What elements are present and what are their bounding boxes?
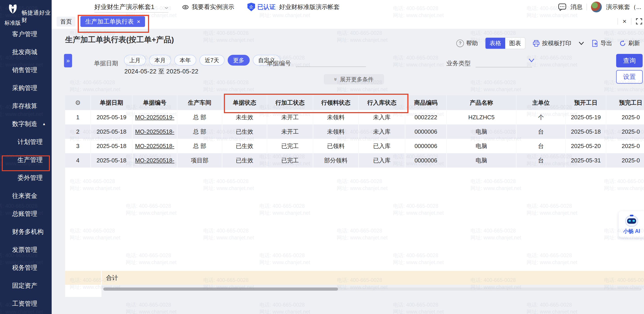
sidebar-item-fixed-assets[interactable]: 固定资产 [0,277,52,295]
fullscreen-icon[interactable] [636,18,642,24]
doc-no-link[interactable]: MO-20250519- [135,114,174,121]
date-pill-近7天[interactable]: 近7天 [200,55,224,66]
shield-certified-icon: 企 [248,3,255,11]
sidebar-item-label: 采购管理 [12,84,37,92]
sidebar-item-label: 财务多机构 [12,228,44,235]
table-row: 22025-05-18MO-20250518-总 部已生效未开工未领料未入库00… [65,124,644,139]
date-pill-本月[interactable]: 本月 [149,55,171,66]
cell-doc_no: MO-20250518- [132,139,178,153]
cell-plan_start: 2025-05-18 [566,124,606,139]
date-pill-更多[interactable]: 更多 [228,55,250,66]
cell-plan_finish: 2025-0 [606,139,644,153]
account-book-select[interactable]: 好业财生产演示帐套1 ⌄ [94,2,168,12]
biz-type-filter-label: 业务类型 [446,59,471,68]
sidebar-item-ledger[interactable]: 总账管理 [0,205,52,223]
filter-collapse-button[interactable]: » [64,54,72,68]
sidebar-item-label: 计划管理 [18,138,43,145]
sidebar-item-outsourcing[interactable]: 委外管理 [0,169,52,187]
cell-stockin_status: 已入库 [359,139,405,153]
avatar[interactable] [591,2,602,12]
export-button[interactable]: 导出 [592,39,612,47]
cell-date: 2025-05-18 [91,153,132,168]
printer-icon [532,40,540,47]
print-by-template-button[interactable]: 按模板打印 [532,39,571,47]
help-button[interactable]: ? 帮助 [456,39,478,47]
cell-plan_start: 2025-05-20 [566,139,606,153]
sidebar-item-sales[interactable]: 销售管理 [0,61,52,79]
sidebar-item-purchase[interactable]: 采购管理 [0,79,52,97]
sidebar-item-invoice[interactable]: 发票管理 [0,241,52,259]
sidebar-item-label: 数字制造 [12,120,37,127]
horizontal-scrollbar[interactable] [103,288,641,291]
sidebar-item-label: 生产管理 [18,156,43,163]
cell-process_status: 未开工 [267,124,313,139]
divider [631,18,632,25]
view-toggle: 表格 图表 [485,37,526,49]
ai-assistant-widget[interactable]: 小畅 AI [619,211,644,238]
tab-close-icon[interactable]: × [137,19,140,24]
doc-no-filter-label: 单据编号 [267,59,291,68]
view-chart-button[interactable]: 图表 [505,38,525,49]
sidebar-item-label: 库存核算 [12,102,37,110]
sidebar-item-customers[interactable]: 客户管理 [0,25,52,43]
horizontal-scrollbar-thumb[interactable] [103,288,338,291]
user-name[interactable]: 演示账套（... [606,3,641,11]
date-pill-本年[interactable]: 本年 [174,55,196,66]
date-pill-上月[interactable]: 上月 [124,55,146,66]
cell-product_name: 电脑 [447,124,516,139]
sidebar-item-wholesale[interactable]: 批发商城 [0,43,52,61]
divider [618,18,618,25]
total-label: 合计 [106,271,118,285]
sidebar-item-inventory[interactable]: 库存核算 [0,97,52,115]
sidebar-item-digital-mfg[interactable]: 数字制造▲ [0,115,52,133]
message-icon[interactable] [558,3,566,11]
sidebar-item-tax[interactable]: 税务管理 [0,259,52,277]
gear-icon[interactable]: ⚙ [75,99,80,106]
sidebar-item-label: 往来资金 [12,192,37,199]
chevron-down-icon: ⌄ [163,4,170,10]
date-range-value[interactable]: 2024-05-22 至 2025-05-22 [124,68,198,76]
sidebar-item-finance-multi[interactable]: 财务多机构 [0,223,52,241]
close-all-tabs-icon[interactable]: × [622,18,626,25]
doc-no-link[interactable]: MO-20250518- [135,157,174,164]
sidebar-item-planning[interactable]: 计划管理 [0,133,52,151]
cell-product_code: 0000006 [405,124,447,139]
table-header-col-2: 单据编号 [132,95,178,110]
print-dropdown-chevron-icon[interactable] [578,41,584,46]
query-button[interactable]: 查询 [616,54,643,68]
certification-area: 企 已认证 好业财标准版演示帐套 [248,0,340,14]
sidebar-item-payroll[interactable]: 工资管理 [0,295,52,313]
doc-no-link[interactable]: MO-20250518- [135,128,174,135]
cell-no: 4 [65,153,91,168]
table-footer-corner [65,285,102,297]
caret-up-icon[interactable]: ▲ [42,115,46,133]
cell-doc_status: 未生效 [222,110,267,124]
brand-title: 畅捷通好业财 [22,9,52,24]
table-row: 12025-05-19MO-20250519-总 部未生效未开工未领料未入库00… [65,110,644,124]
sidebar-menu: 客户管理批发商城销售管理采购管理库存核算数字制造▲计划管理生产管理委外管理往来资… [0,25,52,313]
topbar-right: 消息 演示账套（... [558,0,641,14]
biz-type-select[interactable] [476,67,532,68]
sidebar-item-label: 销售管理 [12,66,37,74]
sidebar-item-production[interactable]: 生产管理 [0,151,52,169]
settings-button[interactable]: 设置 [616,70,643,84]
messages-label[interactable]: 消息 [570,3,582,11]
top-bar: 好业财生产演示帐套1 ⌄ 我要看实例演示 企 已认证 好业财标准版演示帐套 消息 [52,0,644,14]
sidebar-item-funds[interactable]: 往来资金 [0,187,52,205]
table-header-col-3: 生产车间 [178,95,222,110]
refresh-button[interactable]: 刷新 [619,39,640,47]
cell-stockin_status: 未入库 [359,124,405,139]
tab-home[interactable]: 首页 [56,16,76,26]
cell-doc_status: 已生效 [222,153,267,168]
expand-more-conditions-button[interactable]: » 展开更多条件 [324,74,384,84]
date-filter-label: 单据日期 [94,59,118,68]
tab-production-report[interactable]: 生产加工单执行表 × [80,16,145,27]
cell-product_code: 0002222 [405,110,447,124]
doc-no-link[interactable]: MO-20250518- [135,143,174,150]
doc-no-input[interactable] [296,66,366,67]
view-table-button[interactable]: 表格 [486,38,505,49]
table-header-row: ⚙单据日期单据编号生产车间单据状态行加工状态行领料状态行入库状态商品编码产品名称… [65,95,644,110]
biz-type-chevron-icon[interactable] [528,58,535,63]
table-header-settings: ⚙ [65,95,91,110]
demo-link[interactable]: 我要看实例演示 [182,0,234,14]
